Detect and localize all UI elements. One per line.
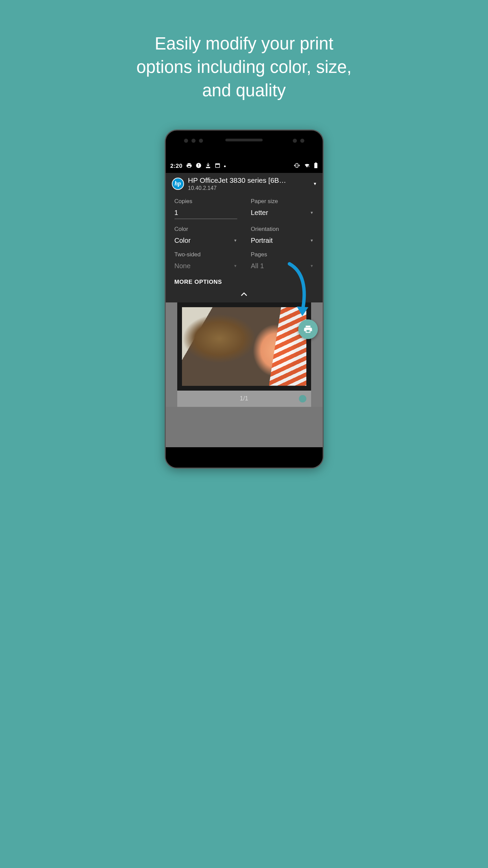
copies-value[interactable]: 1	[175, 209, 238, 219]
status-time: 2:20	[170, 163, 183, 170]
printer-ip: 10.40.2.147	[188, 185, 309, 191]
svg-rect-5	[296, 163, 298, 167]
copies-field[interactable]: Copies 1	[175, 198, 238, 219]
printer-status-icon	[186, 162, 192, 170]
alert-icon	[196, 162, 202, 170]
two-sided-field[interactable]: Two-sided None▼	[175, 251, 238, 270]
hp-logo-icon: hp	[172, 178, 184, 190]
wifi-icon: x	[304, 162, 310, 170]
copies-label: Copies	[175, 198, 238, 205]
phone-bezel-top	[166, 131, 323, 161]
page-selected-badge[interactable]	[299, 395, 306, 402]
color-label: Color	[175, 226, 238, 233]
chevron-down-icon: ▼	[310, 211, 314, 215]
phone-frame: 2:20 x	[165, 130, 324, 469]
paper-size-label: Paper size	[251, 198, 314, 205]
paper-size-value: Letter	[251, 209, 268, 217]
chevron-down-icon: ▼	[310, 238, 314, 242]
preview-page-footer: 1/1	[177, 391, 311, 407]
orientation-value: Portrait	[251, 237, 272, 244]
calendar-icon	[215, 162, 221, 170]
chevron-down-icon: ▼	[313, 181, 317, 186]
chevron-up-icon	[241, 292, 247, 296]
svg-rect-8	[314, 163, 317, 168]
svg-rect-1	[198, 164, 199, 165]
android-screen: hp HP OfficeJet 3830 series [6B… 10.40.2…	[166, 173, 323, 452]
battery-icon	[314, 162, 318, 170]
orientation-label: Orientation	[251, 226, 314, 233]
two-sided-label: Two-sided	[175, 251, 238, 258]
status-bar: 2:20 x	[166, 161, 323, 173]
color-value: Color	[175, 237, 191, 244]
chevron-down-icon: ▼	[233, 264, 237, 268]
chevron-down-icon: ▼	[233, 238, 237, 242]
phone-sensor-dots-right	[293, 139, 304, 143]
printer-name: HP OfficeJet 3830 series [6B…	[188, 176, 309, 184]
more-notifications-icon	[224, 165, 226, 167]
pages-label: Pages	[251, 251, 314, 258]
marketing-headline: Easily modify your print options includi…	[125, 32, 363, 102]
printer-icon	[303, 324, 313, 334]
svg-rect-4	[216, 164, 219, 167]
color-field[interactable]: Color Color▼	[175, 226, 238, 244]
phone-sensor-dots-left	[184, 139, 203, 143]
print-fab[interactable]	[298, 319, 318, 339]
two-sided-value: None	[175, 262, 191, 270]
svg-rect-2	[198, 166, 199, 167]
annotation-arrow	[279, 261, 317, 322]
svg-rect-9	[315, 162, 317, 163]
orientation-field[interactable]: Orientation Portrait▼	[251, 226, 314, 244]
vibrate-icon	[293, 162, 300, 170]
paper-size-field[interactable]: Paper size Letter▼	[251, 198, 314, 219]
download-icon	[205, 162, 211, 170]
pages-value: All 1	[251, 262, 264, 270]
phone-earpiece	[225, 139, 263, 141]
phone-bezel-bottom	[166, 447, 323, 468]
page-indicator: 1/1	[240, 395, 248, 402]
printer-selector[interactable]: hp HP OfficeJet 3830 series [6B… 10.40.2…	[166, 173, 323, 195]
